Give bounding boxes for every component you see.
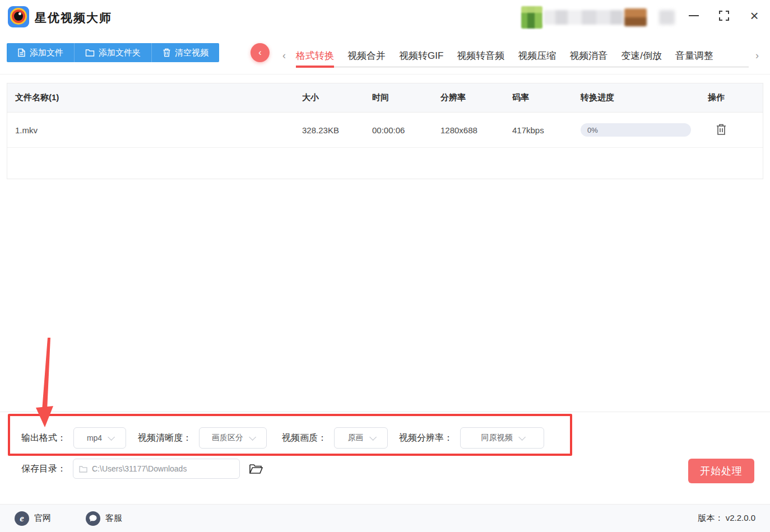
- tabs-list: 格式转换 视频合并 视频转GIF 视频转音频 视频压缩 视频消音 变速/倒放 音…: [296, 43, 749, 68]
- output-format-value: mp4: [87, 433, 102, 442]
- tab-label: 格式转换: [296, 49, 334, 62]
- col-progress: 转换进度: [581, 92, 708, 103]
- tab-label: 变速/倒放: [621, 49, 662, 62]
- save-path-value: C:\Users\31177\Downloads: [92, 464, 187, 473]
- save-path-input[interactable]: C:\Users\31177\Downloads: [73, 459, 240, 479]
- footer-bar: e 官网 客服 版本： v2.2.0.0: [0, 504, 770, 532]
- cell-filename: 1.mkv: [15, 125, 302, 135]
- tab-video-to-gif[interactable]: 视频转GIF: [399, 43, 443, 68]
- cell-size: 328.23KB: [302, 125, 372, 135]
- tab-speed-reverse[interactable]: 变速/倒放: [621, 43, 662, 68]
- header-divider: [0, 74, 770, 74]
- quality-value: 原画: [348, 433, 364, 443]
- chat-bubble-glyph: [89, 515, 97, 522]
- minimize-icon: [689, 15, 699, 16]
- open-folder-icon: [249, 463, 263, 475]
- app-title: 星优视频大师: [35, 10, 112, 26]
- cell-duration: 00:00:06: [372, 125, 440, 135]
- clarity-label: 视频清晰度：: [138, 432, 192, 444]
- tab-video-mute[interactable]: 视频消音: [569, 43, 607, 68]
- tabs-scroll-left-icon[interactable]: ‹: [279, 50, 289, 62]
- tab-volume-adjust[interactable]: 音量调整: [675, 43, 713, 68]
- account-extra-blurred: [659, 10, 675, 25]
- website-icon: e: [15, 511, 29, 526]
- tab-label: 视频消音: [569, 49, 607, 62]
- file-table: 文件名称(1) 大小 时间 分辨率 码率 转换进度 操作 1.mkv 328.2…: [7, 83, 763, 179]
- logo-glint-shape: [18, 12, 21, 15]
- delete-row-icon[interactable]: [715, 123, 728, 136]
- tabs-scroll-right-icon[interactable]: ›: [752, 50, 762, 62]
- version-label: 版本：: [698, 513, 723, 522]
- chevron-left-icon: ‹: [258, 48, 261, 58]
- tab-video-compress[interactable]: 视频压缩: [518, 43, 556, 68]
- folder-icon: [85, 49, 95, 57]
- clear-videos-button[interactable]: 清空视频: [151, 43, 219, 62]
- chevron-down-icon: [249, 433, 256, 441]
- col-duration: 时间: [372, 92, 440, 103]
- clear-videos-label: 清空视频: [175, 48, 208, 58]
- version-text: 版本： v2.2.0.0: [698, 513, 755, 524]
- file-toolbar: 添加文件 添加文件夹 清空视频: [7, 43, 219, 62]
- cell-progress: 0%: [581, 123, 708, 137]
- resolution-select[interactable]: 同原视频: [460, 427, 544, 449]
- add-folder-label: 添加文件夹: [99, 48, 141, 58]
- chevron-down-icon: [518, 433, 526, 441]
- save-directory-row: 保存目录： C:\Users\31177\Downloads: [21, 459, 263, 479]
- chevron-down-icon: [108, 433, 115, 441]
- cell-actions: [708, 123, 755, 138]
- start-processing-button[interactable]: 开始处理: [688, 459, 754, 483]
- file-icon: [17, 48, 26, 57]
- add-file-label: 添加文件: [30, 48, 63, 58]
- tab-label: 视频转音频: [457, 49, 504, 62]
- support-label: 客服: [105, 513, 122, 524]
- tab-label: 音量调整: [675, 49, 713, 62]
- add-folder-button[interactable]: 添加文件夹: [74, 43, 151, 62]
- user-avatar-blurred: [521, 6, 542, 29]
- website-e-glyph: e: [20, 514, 24, 523]
- small-folder-icon: [79, 465, 87, 473]
- tabs-back-button[interactable]: ‹: [251, 43, 270, 62]
- save-directory-label: 保存目录：: [21, 463, 66, 475]
- tab-format-convert[interactable]: 格式转换: [296, 43, 334, 68]
- close-icon: ×: [750, 8, 758, 23]
- app-logo-icon: [8, 6, 29, 27]
- resolution-label: 视频分辨率：: [399, 432, 453, 444]
- feature-tabbar: ‹ 格式转换 视频合并 视频转GIF 视频转音频 视频压缩 视频消音 变速/倒放…: [279, 43, 762, 68]
- quality-select[interactable]: 原画: [334, 427, 388, 449]
- logo-lens-shape: [12, 10, 25, 23]
- user-badge-blurred: [624, 8, 647, 26]
- table-header-row: 文件名称(1) 大小 时间 分辨率 码率 转换进度 操作: [7, 83, 763, 113]
- close-button[interactable]: ×: [746, 8, 762, 24]
- col-actions: 操作: [708, 92, 755, 103]
- output-settings-panel: 输出格式： mp4 视频清晰度： 画质区分 视频画质： 原画 视频分辨率： 同原…: [0, 412, 770, 504]
- col-resolution: 分辨率: [440, 92, 512, 103]
- title-bar: 星优视频大师 ×: [0, 0, 770, 35]
- trash-icon: [163, 48, 171, 57]
- cell-bitrate: 417kbps: [512, 125, 581, 135]
- customer-support-link[interactable]: 客服: [86, 511, 122, 526]
- progress-bar: 0%: [581, 123, 691, 137]
- browse-folder-button[interactable]: [249, 463, 263, 475]
- user-name-blurred: [544, 10, 623, 25]
- add-file-button[interactable]: 添加文件: [7, 43, 74, 62]
- resolution-value: 同原视频: [481, 433, 513, 443]
- clarity-select[interactable]: 画质区分: [199, 427, 267, 449]
- cell-resolution: 1280x688: [440, 125, 512, 135]
- progress-value: 0%: [587, 126, 598, 134]
- output-format-label: 输出格式：: [21, 432, 66, 444]
- quality-label: 视频画质：: [282, 432, 327, 444]
- minimize-button[interactable]: [686, 8, 702, 24]
- version-value: v2.2.0.0: [726, 513, 755, 522]
- chat-bubble-icon: [86, 511, 100, 526]
- maximize-button[interactable]: [716, 8, 732, 24]
- settings-row: 输出格式： mp4 视频清晰度： 画质区分 视频画质： 原画 视频分辨率： 同原…: [21, 427, 544, 449]
- tab-video-to-audio[interactable]: 视频转音频: [457, 43, 504, 68]
- output-format-select[interactable]: mp4: [73, 427, 126, 449]
- tab-video-merge[interactable]: 视频合并: [347, 43, 386, 68]
- tab-label: 视频合并: [347, 49, 386, 62]
- tab-label: 视频压缩: [518, 49, 556, 62]
- col-filename: 文件名称(1): [15, 92, 302, 103]
- user-account-area[interactable]: [521, 6, 675, 29]
- official-website-link[interactable]: e 官网: [15, 511, 51, 526]
- col-size: 大小: [302, 92, 372, 103]
